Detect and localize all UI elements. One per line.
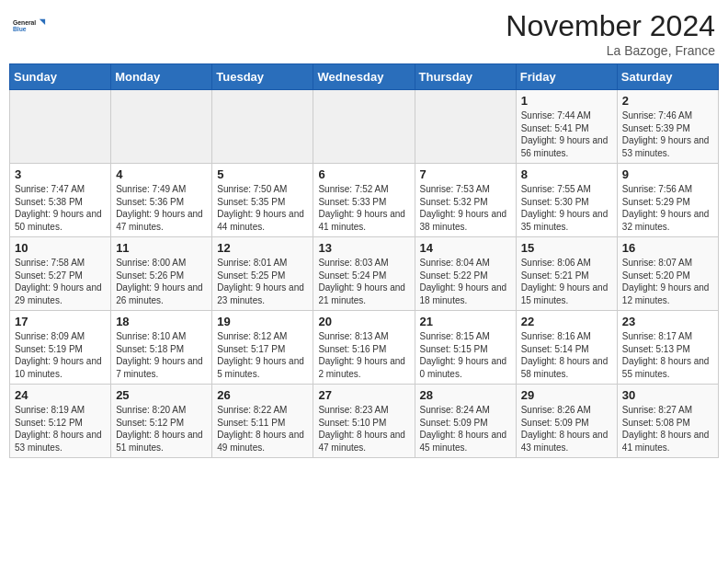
calendar-cell: 14Sunrise: 8:04 AMSunset: 5:22 PMDayligh…: [415, 237, 516, 311]
day-number: 5: [217, 167, 309, 181]
calendar-cell: 3Sunrise: 7:47 AMSunset: 5:38 PMDaylight…: [10, 164, 111, 237]
weekday-header-wednesday: Wednesday: [313, 64, 415, 90]
day-number: 15: [521, 241, 613, 255]
day-info: Sunrise: 8:15 AMSunset: 5:15 PMDaylight:…: [420, 330, 512, 380]
day-number: 25: [116, 388, 208, 402]
calendar-cell: 13Sunrise: 8:03 AMSunset: 5:24 PMDayligh…: [313, 237, 415, 311]
day-info: Sunrise: 8:22 AMSunset: 5:11 PMDaylight:…: [217, 404, 309, 454]
day-info: Sunrise: 8:00 AMSunset: 5:26 PMDaylight:…: [116, 257, 208, 306]
calendar-cell: 24Sunrise: 8:19 AMSunset: 5:12 PMDayligh…: [10, 385, 111, 458]
calendar-cell: 29Sunrise: 8:26 AMSunset: 5:09 PMDayligh…: [516, 385, 617, 458]
day-info: Sunrise: 8:26 AMSunset: 5:09 PMDaylight:…: [521, 404, 613, 454]
day-info: Sunrise: 8:10 AMSunset: 5:18 PMDaylight:…: [116, 330, 208, 380]
day-info: Sunrise: 8:27 AMSunset: 5:08 PMDaylight:…: [622, 404, 714, 454]
calendar-cell: 18Sunrise: 8:10 AMSunset: 5:18 PMDayligh…: [111, 311, 212, 385]
day-number: 3: [15, 167, 107, 181]
day-info: Sunrise: 7:46 AMSunset: 5:39 PMDaylight:…: [622, 109, 714, 159]
day-info: Sunrise: 8:13 AMSunset: 5:16 PMDaylight:…: [318, 330, 410, 380]
weekday-header-tuesday: Tuesday: [212, 64, 313, 90]
day-info: Sunrise: 7:50 AMSunset: 5:35 PMDaylight:…: [217, 183, 309, 233]
day-number: 22: [521, 315, 613, 328]
day-info: Sunrise: 8:12 AMSunset: 5:17 PMDaylight:…: [217, 330, 309, 380]
day-number: 23: [622, 315, 714, 328]
svg-text:General: General: [13, 19, 36, 26]
calendar-cell: 8Sunrise: 7:55 AMSunset: 5:30 PMDaylight…: [516, 164, 617, 237]
day-number: 14: [420, 241, 512, 255]
calendar-cell: [415, 90, 516, 164]
day-number: 12: [217, 241, 309, 255]
weekday-header-monday: Monday: [111, 64, 212, 90]
day-number: 20: [318, 315, 410, 328]
day-number: 27: [318, 388, 410, 402]
calendar-cell: 20Sunrise: 8:13 AMSunset: 5:16 PMDayligh…: [313, 311, 415, 385]
calendar-cell: [10, 90, 111, 164]
day-number: 11: [116, 241, 208, 255]
week-row-5: 24Sunrise: 8:19 AMSunset: 5:12 PMDayligh…: [10, 385, 719, 458]
calendar-cell: 10Sunrise: 7:58 AMSunset: 5:27 PMDayligh…: [10, 237, 111, 311]
day-info: Sunrise: 8:19 AMSunset: 5:12 PMDaylight:…: [15, 404, 107, 454]
day-info: Sunrise: 8:07 AMSunset: 5:20 PMDaylight:…: [622, 257, 714, 306]
week-row-2: 3Sunrise: 7:47 AMSunset: 5:38 PMDaylight…: [10, 164, 719, 237]
day-number: 1: [521, 94, 613, 108]
calendar-cell: 23Sunrise: 8:17 AMSunset: 5:13 PMDayligh…: [617, 311, 718, 385]
day-info: Sunrise: 7:47 AMSunset: 5:38 PMDaylight:…: [15, 183, 107, 233]
month-year: November 2024: [506, 9, 715, 43]
svg-text:Blue: Blue: [13, 26, 27, 32]
calendar-cell: 22Sunrise: 8:16 AMSunset: 5:14 PMDayligh…: [516, 311, 617, 385]
week-row-1: 1Sunrise: 7:44 AMSunset: 5:41 PMDaylight…: [10, 90, 719, 164]
location: La Bazoge, France: [506, 43, 715, 58]
day-number: 21: [420, 315, 512, 328]
calendar-cell: 28Sunrise: 8:24 AMSunset: 5:09 PMDayligh…: [415, 385, 516, 458]
calendar-cell: 6Sunrise: 7:52 AMSunset: 5:33 PMDaylight…: [313, 164, 415, 237]
calendar-cell: 4Sunrise: 7:49 AMSunset: 5:36 PMDaylight…: [111, 164, 212, 237]
calendar-cell: [111, 90, 212, 164]
calendar-cell: 30Sunrise: 8:27 AMSunset: 5:08 PMDayligh…: [617, 385, 718, 458]
day-info: Sunrise: 7:53 AMSunset: 5:32 PMDaylight:…: [420, 183, 512, 233]
calendar-cell: 5Sunrise: 7:50 AMSunset: 5:35 PMDaylight…: [212, 164, 313, 237]
day-info: Sunrise: 8:09 AMSunset: 5:19 PMDaylight:…: [15, 330, 107, 380]
day-number: 9: [622, 167, 714, 181]
day-info: Sunrise: 8:01 AMSunset: 5:25 PMDaylight:…: [217, 257, 309, 306]
calendar-cell: 25Sunrise: 8:20 AMSunset: 5:12 PMDayligh…: [111, 385, 212, 458]
calendar-cell: 19Sunrise: 8:12 AMSunset: 5:17 PMDayligh…: [212, 311, 313, 385]
day-info: Sunrise: 8:24 AMSunset: 5:09 PMDaylight:…: [420, 404, 512, 454]
calendar-cell: 12Sunrise: 8:01 AMSunset: 5:25 PMDayligh…: [212, 237, 313, 311]
week-row-4: 17Sunrise: 8:09 AMSunset: 5:19 PMDayligh…: [10, 311, 719, 385]
day-number: 28: [420, 388, 512, 402]
day-number: 10: [15, 241, 107, 255]
day-info: Sunrise: 8:16 AMSunset: 5:14 PMDaylight:…: [521, 330, 613, 380]
week-row-3: 10Sunrise: 7:58 AMSunset: 5:27 PMDayligh…: [10, 237, 719, 311]
calendar-cell: 9Sunrise: 7:56 AMSunset: 5:29 PMDaylight…: [617, 164, 718, 237]
calendar-cell: 27Sunrise: 8:23 AMSunset: 5:10 PMDayligh…: [313, 385, 415, 458]
weekday-header-saturday: Saturday: [617, 64, 718, 90]
day-info: Sunrise: 7:56 AMSunset: 5:29 PMDaylight:…: [622, 183, 714, 233]
calendar-cell: 21Sunrise: 8:15 AMSunset: 5:15 PMDayligh…: [415, 311, 516, 385]
calendar-cell: 15Sunrise: 8:06 AMSunset: 5:21 PMDayligh…: [516, 237, 617, 311]
day-info: Sunrise: 7:55 AMSunset: 5:30 PMDaylight:…: [521, 183, 613, 233]
day-info: Sunrise: 8:20 AMSunset: 5:12 PMDaylight:…: [116, 404, 208, 454]
calendar-cell: 17Sunrise: 8:09 AMSunset: 5:19 PMDayligh…: [10, 311, 111, 385]
title-block: November 2024 La Bazoge, France: [506, 9, 715, 58]
day-number: 17: [15, 315, 107, 328]
day-number: 8: [521, 167, 613, 181]
calendar-table: SundayMondayTuesdayWednesdayThursdayFrid…: [9, 63, 719, 458]
svg-marker-2: [40, 19, 45, 25]
weekday-header-row: SundayMondayTuesdayWednesdayThursdayFrid…: [10, 64, 719, 90]
page-header: General Blue November 2024 La Bazoge, Fr…: [9, 9, 719, 58]
day-number: 19: [217, 315, 309, 328]
day-number: 26: [217, 388, 309, 402]
calendar-cell: [212, 90, 313, 164]
logo-icon: General Blue: [13, 9, 46, 42]
calendar-cell: 1Sunrise: 7:44 AMSunset: 5:41 PMDaylight…: [516, 90, 617, 164]
day-info: Sunrise: 8:03 AMSunset: 5:24 PMDaylight:…: [318, 257, 410, 306]
day-number: 13: [318, 241, 410, 255]
calendar-cell: 2Sunrise: 7:46 AMSunset: 5:39 PMDaylight…: [617, 90, 718, 164]
day-info: Sunrise: 8:04 AMSunset: 5:22 PMDaylight:…: [420, 257, 512, 306]
day-number: 30: [622, 388, 714, 402]
day-number: 2: [622, 94, 714, 108]
weekday-header-sunday: Sunday: [10, 64, 111, 90]
calendar-cell: [313, 90, 415, 164]
weekday-header-thursday: Thursday: [415, 64, 516, 90]
logo: General Blue: [13, 9, 46, 42]
day-info: Sunrise: 7:44 AMSunset: 5:41 PMDaylight:…: [521, 109, 613, 159]
